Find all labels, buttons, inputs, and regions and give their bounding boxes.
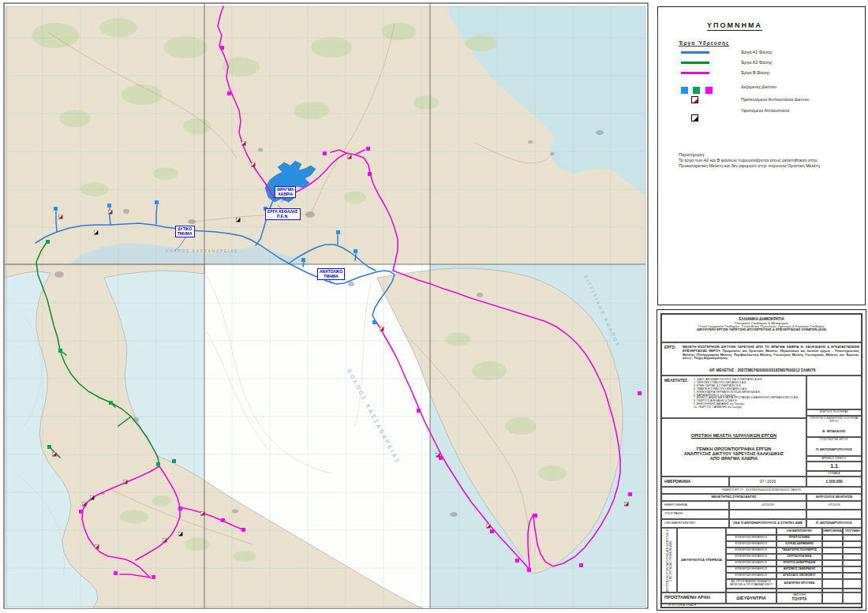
authority-name-cell: ΒΑΣΙΛΙΚΗ ΤΟΥΡΤΑ — [776, 592, 822, 604]
date2-value2: 07/2019 — [806, 501, 862, 510]
fullname-label: ΟΝΟΜΑΤΕΠΩΝΥΜΟ — [661, 519, 729, 528]
drawing-title-cell: ΟΡΙΣΤΙΚΗ ΜΕΛΕΤΗ ΥΔΡΑΥΛΙΚΩΝ ΕΡΓΩΝ ΓΕΝΙΚΗ … — [661, 418, 806, 477]
date-header: ΗΜΕΡΟΜΗΝΙΑ — [822, 528, 843, 535]
role-header-cell — [726, 528, 776, 535]
quality-resp-cell: ΥΠΕΥΘΥΝΟΣ ΔΙΑΧΕΙΡΙΣΗΣ ΠΟΙΟΤΗΤΑΣ ΕΡΓΟΥ Β.… — [806, 416, 862, 437]
signature-value2 — [806, 510, 862, 519]
sign-cell-2 — [843, 541, 862, 548]
authority-date-cell — [822, 592, 843, 604]
map-area: ΚΟΛΠΟΣ ΚΑΣΣΑΝΔΡΕΙΑΣ ΚΟΛΠΟΣ ΚΑΣΣΑΝΔΡΕΙΑΣ … — [0, 0, 651, 613]
signature-value1 — [729, 510, 806, 519]
role-7: ΕΠΙΒΛΕΠΩΝ ΜΗΧΑΝΙΚΟΣ — [726, 573, 776, 579]
name-7: ΑΓΗΣΙΛΑΟΣ ΟΙΚΟΝΟΜΟΥ — [776, 573, 822, 579]
reservoir-swatch-magenta — [705, 87, 713, 94]
directorate-side-cell: ΔΙΕΥΘΥΝΣΗ ΕΡΓΩΝ ΥΔΡΕΥΣΗΣ ΑΠΟΧΕΤΕΥΣΗΣ & Ε… — [661, 528, 677, 592]
scale-label: ΚΛΙΜΑΚΑ — [806, 471, 862, 477]
date-cell-5 — [822, 560, 843, 566]
name-header: ΟΝΟΜΑΤΕΠΩΝΥΜΟ — [776, 528, 822, 535]
date-value: 07 / 2019 — [729, 477, 806, 487]
title-block: ΕΛΛΗΝΙΚΗ ΔΗΜΟΚΡΑΤΙΑ Υπουργείο Υποδομών &… — [657, 309, 866, 611]
project-label: ΕΡΓΟ: — [664, 346, 676, 350]
label-dam: ΦΡΑΓΜΑ ΧΑΒΡΙΑ — [275, 186, 296, 198]
legend-label-reservoirs: Δεξαμενές Δικτύου — [741, 84, 776, 89]
name-8: ΑΙΚΑΤΕΡΙΝΗ ΜΠΟΥΦΕΑ — [776, 579, 822, 589]
fullname-value1: Ζ&Α Π.ΑΝΤΩΝΑΡΟΠΟΥΛΟΣ & ΣΥΝ/ΤΕΣ ΑΜΕ — [729, 519, 806, 528]
study-title: ΟΡΙΣΤΙΚΗ ΜΕΛΕΤΗ ΥΔΡΑΥΛΙΚΩΝ ΕΡΓΩΝ — [691, 433, 776, 438]
label-headworks: ΕΡΓΑ ΚΕΦΑΛΗΣ Π.Ε.Ν. — [265, 208, 301, 220]
name-1: ΧΡΗΣΤΟΣ ΕΝΝΙΣ — [776, 535, 822, 541]
legend-panel: ΥΠΟΜΝΗΜΑ Έργα Ύδρευσης Έργα Α1 Φάσης Έργ… — [657, 6, 866, 305]
role-1: ΕΠΙΒΛΕΠΩΝ ΜΗΧΑΝΙΚΟΣ — [726, 535, 776, 541]
legend-line-a1 — [681, 51, 709, 54]
coordinator-cell: ΣΥΝΤΟΝΙΣΤΗΣ ΕΡΓΟΥ Π. ΑΝΤΩΝΑΡΟΠΟΥΛΟΣ — [806, 437, 862, 456]
legend-label-b: Έργα Β Φάσης — [741, 70, 770, 75]
consultant-10: 10. ΓΕΩΡΓΙΟΣ ΓΙΑΝΝΕΛΗΣ του Σωτήρη — [694, 406, 806, 409]
agency-header: ΕΛΛΗΝΙΚΗ ΔΗΜΟΚΡΑΤΙΑ Υπουργείο Υποδομών &… — [661, 314, 862, 342]
name-3: ΠΑΝΑΓΙΩΤΗΣ ΠΟΛΥΜΕΡΟΣ — [776, 548, 822, 554]
name-6: ΑΝΤΩΝΙΟΣ ΖΑΦΕΙΡΑΚΗΣ — [776, 566, 822, 573]
sign-cell-7 — [843, 573, 862, 579]
project-text: ΜΕΛΕΤΗ ΕΣΩΤΕΡΙΚΩΝ ΔΙΚΤΥΩΝ ΥΔΡΕΥΣΗΣ ΑΠΟ Τ… — [683, 346, 859, 361]
authority-label: ΠΡΟΪΣΤΑΜΕΝΗ ΑΡΧΗ — [661, 592, 726, 604]
role-4: ΕΠΙΒΛΕΠΩΝ ΜΗΧΑΝΙΚΟΣ — [726, 554, 776, 560]
label-dam-line2: ΧΑΒΡΙΑ — [277, 192, 294, 197]
consultants-row: ΜΕΛΕΤΗΤΕΣ: 1. Ζ&Α Π. ΑΝΤΩΝΑΡΟΠΟΥΛΟΣ ΚΑΙ … — [661, 376, 806, 418]
consultants-label: ΜΕΛΕΤΗΤΕΣ: — [664, 379, 689, 383]
date-cell-3 — [822, 548, 843, 554]
approval-row: ΕΓΚΡΙΤΙΚΗ ΑΠΟΦΑΣΗ — [661, 604, 862, 607]
authority-sign-cell — [843, 592, 862, 604]
role-5: ΕΠΙΒΛΕΠΩΝ ΜΗΧΑΝΙΚΟΣ — [726, 560, 776, 566]
sign-cell-8 — [843, 579, 862, 589]
date-cell-8 — [822, 579, 843, 589]
authors-header: ΜΕΛΕΤΗΤΕΣ-ΣΥΝΤΑΞΑΝΤΕΣ — [661, 494, 806, 501]
label-west-line2: ΤΜΗΜΑ — [178, 232, 193, 237]
role-6: ΕΠΙΒΛΕΠΩΝ ΜΗΧΑΝΙΚΟΣ — [726, 566, 776, 573]
note-line1: Τα έργα των Α2 και Β φάσεων παρουσιάζοντ… — [679, 158, 844, 163]
directorate-side-label: ΔΙΕΥΘΥΝΣΗ ΕΡΓΩΝ ΥΔΡΕΥΣΗΣ ΑΠΟΧΕΤΕΥΣΗΣ & Ε… — [662, 529, 677, 592]
role-3: ΕΠΙΒΛΕΠΩΝ ΜΗΧΑΝΙΚΟΣ — [726, 548, 776, 554]
drawing-number-label: ΑΡΙΘΜΟΣ ΣΧΕΔΙΟΥ — [806, 456, 862, 462]
signature-label: ΥΠΟΓΡΑΦΗ — [661, 510, 729, 519]
empty-cell — [806, 376, 862, 409]
date-label: ΗΜΕΡΟΜΗΝΙΑ — [661, 477, 729, 487]
date-cell-4 — [822, 554, 843, 560]
supervising-service-cell: ΔΙΕΥΘΥΝΟΥΣΑ ΥΠΗΡΕΣΙΑ — [677, 528, 726, 592]
label-east-section: ΑΝΑΤΟΛΙΚΟ ΤΜΗΜΑ — [317, 268, 345, 280]
sign-header: ΥΠΟΓΡΑΦΗ — [843, 528, 862, 535]
legend-line-a2 — [681, 62, 709, 64]
quality-resp-label: ΥΠΕΥΘΥΝΟΣ ΔΙΑΧΕΙΡΙΣΗΣ ΠΟΙΟΤΗΤΑΣ ΕΡΓΟΥ — [807, 417, 861, 424]
role-2: ΕΠΙΒΛΕΠΩΝ ΜΗΧΑΝΙΚΟΣ — [726, 541, 776, 548]
drawing-sheet: ΚΟΛΠΟΣ ΚΑΣΣΑΝΔΡΕΙΑΣ ΚΟΛΠΟΣ ΚΑΣΣΑΝΔΡΕΙΑΣ … — [0, 0, 868, 613]
authority-name-last: ΤΟΥΡΤΑ — [777, 597, 821, 602]
role-8: ΑΝ. ΠΡΟΪΣΤΑΜΕΝΗ ΤΜΗΜΑΤΟΣ ΜΕΛΕΤΩΝ & ΠΡΟΓΡ… — [726, 579, 776, 589]
quality-resp-name: Β. ΜΠΑΚΑΛΗΣ — [807, 430, 861, 434]
date-cell-7 — [822, 573, 843, 579]
label-west-section: ΔΥΤΙΚΟ ΤΜΗΜΑ — [175, 226, 195, 237]
title-block-inner: ΕΛΛΗΝΙΚΗ ΔΗΜΟΚΡΑΤΙΑ Υπουργείο Υποδομών &… — [660, 313, 862, 608]
sign-cell-3 — [843, 548, 862, 554]
legend-title: ΥΠΟΜΝΗΜΑ — [707, 21, 762, 31]
label-east-line2: ΤΜΗΜΑ — [320, 275, 342, 279]
quality-header: ΕΛΕΓΧΟΣ ΠΟΙΟΤΗΤΑΣ — [806, 409, 862, 416]
fullname-value2: Π. ΑΝΤΩΝΑΡΟΠΟΥΛΟΣ — [806, 519, 862, 528]
name-4: ΣΠΥΡΙΔΟΥΛΑ ΝΙΚΑ — [776, 554, 822, 560]
project-code: ΚΩΔΙΚΟΣ ΕΡΓΟΥ : 2007ΣΜ07600000/2018ΣΜ076… — [661, 487, 862, 494]
map-note: Παρατήρηση: Τα έργα των Α2 και Β φάσεων … — [679, 152, 844, 169]
pump-proposed-icon — [691, 96, 698, 103]
date2-value1: 07/2019 — [729, 501, 806, 510]
coordinator-label: ΣΥΝΤΟΝΙΣΤΗΣ ΕΡΓΟΥ — [807, 438, 861, 442]
sign-cell-5 — [843, 560, 862, 566]
project-row: ΕΡΓΟ: ΜΕΛΕΤΗ ΕΣΩΤΕΡΙΚΩΝ ΔΙΚΤΥΩΝ ΥΔΡΕΥΣΗΣ… — [661, 342, 862, 376]
sign-cell-1 — [843, 535, 862, 541]
legend-label-a2: Έργα Α2 Φάσης — [741, 60, 773, 65]
legend-reservoir-swatches — [681, 83, 713, 97]
authority-role: ΔΙΕΥΘΥΝΤΡΙΑ — [726, 592, 776, 604]
name-2: ΛΟΥΚΑΣ ΔΑΡΑΒΑΝΗΣ — [776, 541, 822, 548]
legend-label-pump-existing: Υφιστάμενα Αντλιοστάσια — [741, 108, 789, 113]
drawing-title-3: ΑΠΟ ΦΡΑΓΜΑ ΧΑΒΡΙΑ — [710, 456, 758, 461]
note-line2: Προκαταρκτική Μελέτη και δεν αφορούν στη… — [679, 163, 844, 169]
scale-value: 1:100.000 — [806, 477, 862, 487]
legend-section-title: Έργα Ύδρευσης — [679, 40, 729, 47]
reservoir-swatch-green — [693, 87, 700, 94]
date-cell-2 — [822, 541, 843, 548]
